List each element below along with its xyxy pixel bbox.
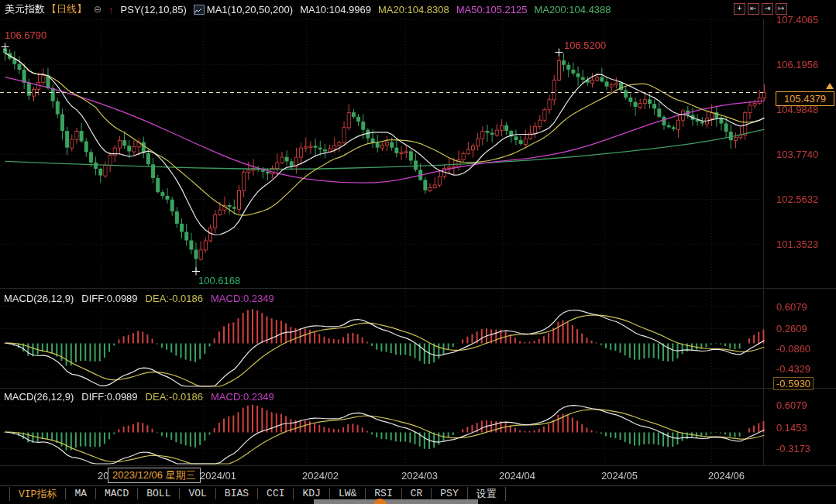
period-label[interactable]: 【日线】	[46, 2, 87, 16]
macd2-macd-value: MACD:0.2349	[211, 391, 274, 403]
indicator-tab-bar: VIP指标MAMACDBOLLVOLBIASCCIKDJLW&RSICRPSY设…	[0, 485, 836, 501]
current-price-box: 105.4379	[776, 91, 834, 106]
ma200-value: MA200:104.4388	[535, 4, 611, 15]
tab-vip[interactable]: VIP指标	[9, 487, 65, 501]
tab-ma[interactable]: MA	[65, 488, 95, 499]
macd1-macd-value: MACD:0.2349	[211, 293, 274, 304]
jump-latest-icon[interactable]: ↦	[776, 3, 787, 15]
macd2-title[interactable]: MACD(26,12,9)	[4, 391, 74, 403]
tab-boll[interactable]: BOLL	[137, 488, 179, 499]
macd1-dea-value: DEA:-0.0186	[146, 293, 203, 304]
chart-app: 美元指数 【日线】 ⊖ ↑ PSY(12,10,85) MA1(10,20,50…	[0, 0, 836, 504]
price-axis-label: 103.7740	[776, 149, 818, 160]
price-axis-label: 107.4065	[776, 14, 818, 26]
macd2-axis-label: 0.1453	[776, 422, 807, 434]
macd1-axis-label: 0.2609	[776, 323, 807, 334]
chart-canvas[interactable]	[0, 0, 836, 504]
month-label: 2024/05	[601, 470, 638, 482]
macd1-axis-label: -0.4329	[776, 363, 810, 375]
macd2-axis-label: 0.6079	[776, 399, 807, 411]
ma-group-label[interactable]: MA1(10,20,50,200)	[207, 4, 293, 15]
macd1-axis-label: -0.0860	[776, 343, 810, 355]
shift-right-icon[interactable]: ⇥	[762, 3, 773, 15]
tab-cci[interactable]: CCI	[257, 488, 293, 499]
indicator-icon[interactable]	[194, 5, 205, 15]
ma50-value: MA50:105.2125	[456, 4, 528, 15]
month-label: 2024/06	[708, 470, 745, 482]
tab-kdj[interactable]: KDJ	[293, 488, 329, 499]
tab-lw[interactable]: LW&	[329, 488, 365, 499]
macd1-title[interactable]: MACD(26,12,9)	[4, 293, 74, 304]
ma20-value: MA20:104.8308	[378, 4, 449, 15]
month-label: 2024/04	[499, 470, 535, 482]
macd1-axis-label: 0.6079	[776, 301, 807, 313]
month-label: 2024/03	[401, 470, 438, 482]
month-label: 2024/01	[200, 470, 236, 482]
symbol-name: 美元指数	[5, 2, 45, 16]
bottom-scrollbar[interactable]	[314, 499, 478, 504]
ma10-value: MA10:104.9969	[300, 4, 371, 15]
high-annotation-mid: 106.5200	[564, 39, 606, 51]
shift-left-icon[interactable]: ⇤	[748, 3, 759, 15]
macd-panel2-header: MACD(26,12,9) DIFF:0.0989 DEA:-0.0186 MA…	[4, 391, 274, 403]
price-marker-triangle-icon	[826, 83, 834, 89]
chart-header: 美元指数 【日线】 ⊖ ↑ PSY(12,10,85) MA1(10,20,50…	[5, 2, 611, 16]
psy-indicator-label[interactable]: PSY(12,10,85)	[121, 4, 187, 15]
macd2-diff-value: DIFF:0.0989	[81, 391, 137, 403]
price-axis-label: 102.5632	[776, 194, 818, 205]
pan-icon[interactable]: +	[734, 3, 745, 15]
tab-cr[interactable]: CR	[401, 488, 432, 499]
tab-macd[interactable]: MACD	[95, 488, 137, 499]
tab-bias[interactable]: BIAS	[215, 488, 257, 499]
up-arrow-icon: ↑	[108, 4, 114, 15]
high-annotation-left: 106.6790	[5, 29, 46, 41]
tab-psy[interactable]: PSY	[431, 488, 466, 499]
tab-rsi[interactable]: RSI	[365, 488, 401, 499]
month-label: 2024/02	[302, 470, 339, 482]
macd1-diff-value: DIFF:0.0989	[81, 293, 137, 304]
tab-[interactable]: 设置	[467, 487, 506, 501]
macd1-axis-label: -0.5930	[773, 377, 814, 390]
tab-vol[interactable]: VOL	[179, 488, 215, 499]
macd2-dea-value: DEA:-0.0186	[146, 391, 203, 403]
price-axis-label: 106.1956	[776, 59, 818, 70]
top-right-toolbar: +⇤⇥↦	[734, 3, 787, 15]
macd2-axis-label: -0.3173	[776, 443, 810, 454]
low-annotation: 100.6168	[198, 275, 240, 286]
macd-panel1-header: MACD(26,12,9) DIFF:0.0989 DEA:-0.0186 MA…	[4, 293, 274, 304]
price-axis-label: 101.3523	[776, 238, 818, 250]
crosshair-date-box: 2023/12/06 星期三	[108, 468, 201, 483]
collapse-icon[interactable]: ⊖	[94, 4, 101, 15]
